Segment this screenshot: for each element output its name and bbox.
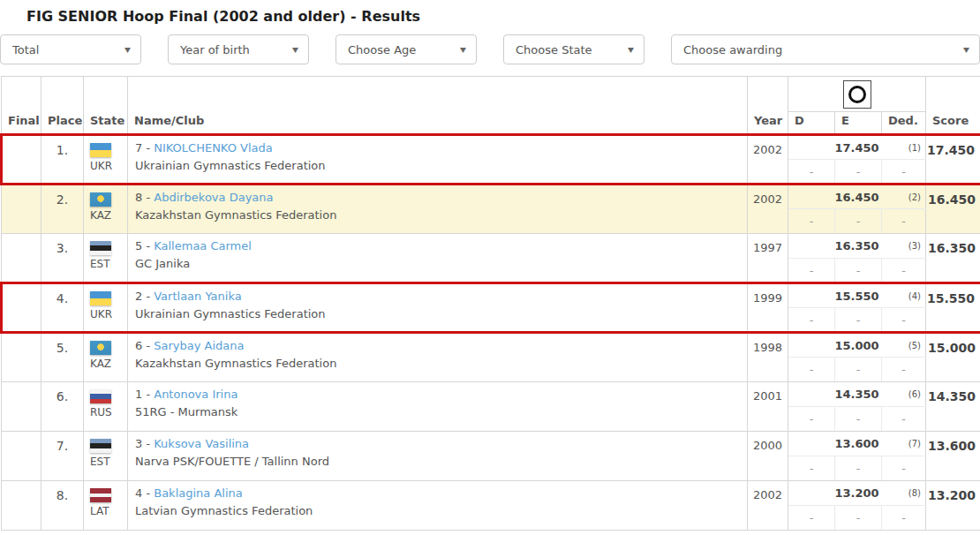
- final-cell: [2, 185, 41, 234]
- filter-choose-awarding-select[interactable]: Choose awarding ▼: [671, 34, 980, 64]
- total-cell: 16.350 (3): [788, 234, 926, 259]
- bib-number: 7 -: [135, 141, 154, 154]
- athlete-link[interactable]: Kallemaa Carmel: [154, 239, 252, 252]
- d-score-cell: -: [788, 456, 835, 481]
- kaz-flag: [90, 341, 111, 355]
- bib-number: 6 -: [135, 339, 154, 352]
- club-name: GC Janika: [135, 257, 747, 270]
- name-line: 8 - Abdirbekova Dayana: [135, 191, 747, 206]
- results-table: Final Place State Name/Club Year Score D…: [0, 76, 980, 531]
- rank-badge: (3): [908, 241, 921, 251]
- place-cell: 3.: [41, 234, 84, 283]
- total-score: 15.000: [834, 339, 878, 352]
- score-cell: 16.350: [926, 234, 980, 283]
- name-club-cell: 5 - Kallemaa Carmel GC Janika: [128, 234, 748, 283]
- filter-choose-state-select[interactable]: Choose State ▼: [503, 34, 645, 64]
- athlete-link[interactable]: Vartlaan Yanika: [154, 290, 241, 303]
- filter-year-of-birth-select[interactable]: Year of birth ▼: [168, 34, 309, 64]
- athlete-link[interactable]: Sarybay Aidana: [154, 339, 244, 352]
- year-cell: 2001: [748, 382, 788, 432]
- name-line: 5 - Kallemaa Carmel: [135, 239, 747, 254]
- e-score-cell: -: [835, 308, 882, 333]
- total-cell: 15.000 (5): [788, 333, 926, 358]
- hoop-circle: [848, 86, 866, 103]
- result-row: 7. EST 3 - Kuksova Vasilina Narva PSK/FO…: [2, 432, 980, 481]
- e-score-cell: -: [835, 506, 882, 531]
- result-row: 1. UKR 7 - NIKOLCHENKO Vlada Ukrainian G…: [2, 135, 980, 185]
- rank-badge: (4): [908, 291, 921, 301]
- lat-flag: [90, 488, 111, 502]
- state-cell: LAT: [84, 481, 128, 531]
- name-club-cell: 1 - Antonova Irina 51RG - Murmansk: [128, 382, 748, 432]
- chevron-down-icon: ▼: [292, 46, 298, 54]
- d-score-cell: -: [788, 209, 835, 234]
- club-name: Ukrainian Gymnastics Federation: [135, 307, 747, 320]
- ded-score-cell: -: [882, 160, 926, 185]
- final-cell: [2, 333, 41, 382]
- name-line: 3 - Kuksova Vasilina: [135, 437, 747, 452]
- result-row: 8. LAT 4 - Baklagina Alina Latvian Gymna…: [2, 481, 980, 531]
- state-code: KAZ: [90, 209, 127, 222]
- ukr-flag: [90, 291, 111, 305]
- club-name: Narva PSK/FOUETTE / Tallinn Nord: [135, 455, 747, 468]
- e-score-cell: -: [835, 209, 882, 234]
- score-cell: 15.000: [926, 333, 980, 382]
- state-cell: KAZ: [84, 185, 128, 234]
- final-cell: [2, 283, 41, 333]
- name-line: 7 - NIKOLCHENKO Vlada: [135, 141, 747, 156]
- athlete-link[interactable]: Antonova Irina: [154, 388, 237, 401]
- col-header-score: Score: [926, 77, 980, 135]
- filter-choose-state-value: Choose State: [516, 43, 592, 57]
- name-line: 6 - Sarybay Aidana: [135, 339, 747, 354]
- d-score-cell: -: [788, 407, 835, 432]
- total-score: 13.600: [834, 437, 878, 450]
- score-cell: 14.350: [926, 382, 980, 432]
- name-club-cell: 6 - Sarybay Aidana Kazakhstan Gymnastics…: [128, 333, 748, 382]
- state-code: EST: [90, 456, 127, 468]
- col-header-year: Year: [748, 77, 788, 135]
- state-code: UKR: [90, 160, 127, 172]
- final-cell: [2, 432, 41, 481]
- club-name: Kazakhstan Gymnastics Federation: [135, 357, 747, 370]
- filter-choose-age-value: Choose Age: [348, 43, 416, 57]
- total-score: 16.350: [834, 239, 878, 252]
- total-cell: 15.550 (4): [788, 283, 926, 308]
- result-row: 5. KAZ 6 - Sarybay Aidana Kazakhstan Gym…: [2, 333, 980, 382]
- state-code: LAT: [90, 505, 127, 517]
- col-header-state: State: [84, 77, 128, 135]
- score-cell: 13.600: [926, 432, 980, 481]
- d-score-cell: -: [788, 506, 835, 531]
- rus-flag: [90, 389, 111, 403]
- final-cell: [2, 135, 41, 185]
- ukr-flag: [90, 143, 111, 157]
- ded-score-cell: -: [882, 358, 926, 382]
- bib-number: 2 -: [135, 290, 154, 303]
- rank-badge: (1): [908, 143, 921, 153]
- athlete-link[interactable]: NIKOLCHENKO Vlada: [154, 141, 273, 154]
- kaz-flag: [90, 192, 111, 207]
- year-cell: 2002: [748, 481, 788, 531]
- athlete-link[interactable]: Baklagina Alina: [154, 486, 243, 500]
- col-header-ded: Ded.: [882, 112, 926, 135]
- filter-total-select[interactable]: Total ▼: [0, 34, 141, 64]
- place-cell: 2.: [41, 185, 84, 234]
- filter-choose-age-select[interactable]: Choose Age ▼: [335, 34, 477, 64]
- rank-badge: (2): [908, 192, 921, 202]
- athlete-link[interactable]: Abdirbekova Dayana: [154, 191, 273, 204]
- ded-score-cell: -: [882, 407, 926, 432]
- col-header-final: Final: [2, 77, 41, 135]
- year-cell: 2000: [748, 432, 788, 481]
- d-score-cell: -: [788, 308, 835, 333]
- col-header-d: D: [788, 112, 835, 135]
- filter-year-of-birth-value: Year of birth: [180, 43, 250, 57]
- athlete-link[interactable]: Kuksova Vasilina: [154, 437, 249, 450]
- final-cell: [2, 382, 41, 432]
- ded-score-cell: -: [882, 209, 926, 234]
- chevron-down-icon: ▼: [460, 46, 466, 54]
- club-name: 51RG - Murmansk: [135, 405, 747, 418]
- club-name: Ukrainian Gymnastics Federation: [135, 159, 747, 172]
- club-name: Kazakhstan Gymnastics Federation: [135, 208, 747, 222]
- state-cell: UKR: [84, 135, 128, 185]
- total-cell: 16.450 (2): [788, 185, 926, 209]
- result-row: 6. RUS 1 - Antonova Irina 51RG - Murmans…: [2, 382, 980, 432]
